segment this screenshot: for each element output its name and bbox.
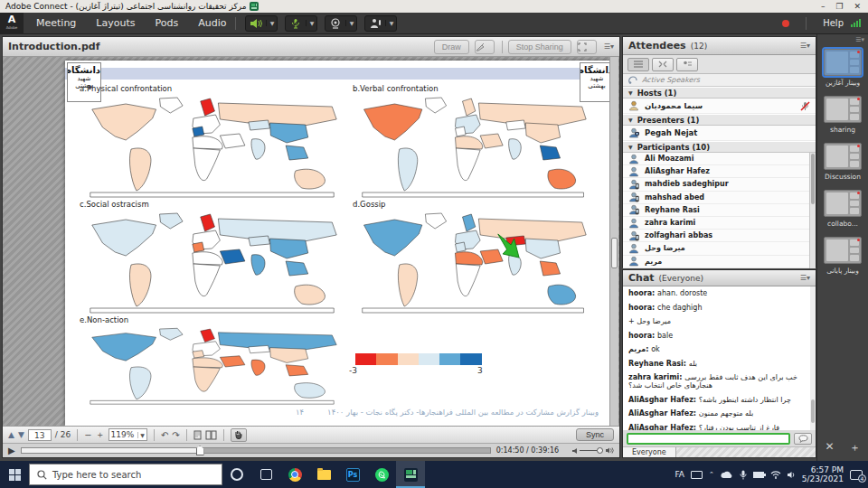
presenters-section-header[interactable]: ▼ Presenters (1)	[623, 114, 816, 126]
rotate-right-icon[interactable]: ↷	[172, 430, 179, 440]
chat-tab-everyone[interactable]: Everyone	[623, 447, 676, 457]
chrome-icon[interactable]	[280, 461, 309, 488]
page-number-input[interactable]: 13	[28, 429, 52, 441]
wifi-icon[interactable]	[770, 471, 781, 479]
attendee-row[interactable]: سیما محمودیان	[623, 99, 816, 114]
layout-item[interactable]: وبینار پایانی	[823, 237, 863, 275]
attendees-pod-menu-icon[interactable]: ☰▾	[800, 42, 810, 50]
attendee-row[interactable]: Reyhane Rasi	[623, 204, 816, 217]
single-page-view-icon[interactable]	[193, 430, 202, 440]
playback-track[interactable]	[21, 447, 491, 454]
adobe-connect-taskbar-icon[interactable]	[396, 461, 425, 488]
layout-thumbnail[interactable]	[824, 49, 862, 76]
whatsapp-icon[interactable]	[367, 461, 396, 488]
task-view-button[interactable]	[251, 461, 280, 488]
layout-thumbnail[interactable]	[824, 96, 862, 123]
zoom-in-button[interactable]: ＋	[96, 428, 105, 441]
layout-thumbnail[interactable]	[824, 237, 862, 264]
webcam-button[interactable]: ▼	[325, 15, 357, 32]
pan-tool-button[interactable]	[231, 428, 247, 442]
layout-thumbnail[interactable]	[824, 190, 862, 217]
two-page-view-icon[interactable]	[205, 430, 217, 440]
attendee-row[interactable]: zahra karimi	[623, 217, 816, 230]
menu-layouts[interactable]: Layouts	[96, 17, 135, 29]
close-button[interactable]: ✕	[854, 2, 861, 11]
volume-high-icon	[605, 446, 614, 455]
manage-layouts-icon[interactable]: ✕	[825, 440, 834, 455]
menu-meeting[interactable]: Meeting	[36, 17, 76, 29]
speaker-button[interactable]: ▼	[245, 15, 278, 32]
set-status-button[interactable]: ▼	[364, 15, 397, 32]
fullscreen-button[interactable]	[577, 40, 597, 54]
layout-thumbnail[interactable]	[824, 143, 862, 170]
grid-view-button[interactable]	[652, 58, 674, 71]
next-page-button[interactable]: ▼	[18, 430, 24, 439]
hosts-section-header[interactable]: ▼ Hosts (1)	[623, 87, 816, 99]
connection-signal-icon[interactable]	[851, 19, 861, 27]
send-message-button[interactable]	[794, 433, 812, 445]
layout-item[interactable]: Discussion	[823, 143, 863, 181]
status-view-button[interactable]	[676, 58, 698, 71]
maximize-button[interactable]: ❐	[835, 2, 843, 11]
photoshop-icon[interactable]: Ps	[338, 461, 367, 488]
layouts-menu-icon[interactable]: ☰▾	[817, 34, 868, 45]
attendee-row[interactable]: مریم	[623, 256, 816, 268]
microphone-tray-icon[interactable]	[740, 470, 747, 480]
stop-sharing-button[interactable]: Stop Sharing	[508, 40, 571, 54]
battery-icon[interactable]	[753, 472, 764, 478]
layout-item[interactable]: collabo...	[823, 190, 863, 228]
attendee-row[interactable]: میرضا وحل	[623, 242, 816, 255]
sync-button[interactable]: Sync	[576, 428, 614, 441]
minimize-button[interactable]: –	[821, 2, 826, 11]
volume-slider[interactable]	[580, 450, 603, 451]
share-scrollbar[interactable]	[609, 57, 618, 426]
zoom-out-button[interactable]: −	[84, 430, 91, 440]
add-layout-icon[interactable]: ＋	[850, 440, 861, 455]
attendee-row[interactable]: AliAsghar Hafez	[623, 165, 816, 178]
chat-message: AliAsghar Hafez: چرا انتظار داشته اینطور…	[628, 396, 810, 404]
volume-control[interactable]	[571, 446, 614, 455]
attendee-row[interactable]: Ali Moazami	[623, 153, 816, 165]
playback-handle[interactable]	[196, 446, 204, 455]
language-indicator[interactable]: FA	[675, 470, 684, 479]
webcam-caret[interactable]: ▼	[345, 20, 356, 26]
microphone-button[interactable]: ▼	[285, 15, 317, 32]
attendee-row[interactable]: zolfaghari abbas	[623, 230, 816, 242]
draw-button[interactable]: Draw	[434, 40, 469, 54]
attendee-row[interactable]: mahshad abed	[623, 192, 816, 204]
attendee-row[interactable]: Pegah Nejat	[623, 126, 816, 141]
file-explorer-icon[interactable]	[309, 461, 338, 488]
cortana-button[interactable]	[222, 461, 251, 488]
taskbar-search[interactable]: Type here to search	[29, 464, 222, 485]
layout-item[interactable]: وبینار آغازین	[823, 49, 863, 87]
menu-pods[interactable]: Pods	[155, 17, 178, 29]
speaker-caret[interactable]: ▼	[266, 20, 277, 26]
chat-scrollbar[interactable]	[810, 286, 816, 430]
participants-scrollbar[interactable]	[809, 153, 816, 268]
notifications-icon[interactable]: 4	[850, 470, 863, 480]
zoom-level-select[interactable]: 119%▼	[108, 428, 147, 441]
help-menu[interactable]: Help	[823, 18, 844, 28]
previous-page-button[interactable]: ▲	[8, 430, 14, 439]
attendee-row[interactable]: mahdieb sadeghipur	[623, 178, 816, 191]
active-speakers-label: Active Speakers	[642, 76, 700, 84]
divider	[806, 17, 807, 30]
layout-item[interactable]: sharing	[823, 96, 863, 134]
participants-section-header[interactable]: ▼ Participants (10)	[623, 141, 816, 153]
taskbar-clock[interactable]: 6:57 PM 5/23/2021	[802, 465, 844, 483]
tray-expand-icon[interactable]: ⌃	[709, 471, 714, 478]
list-view-button[interactable]	[627, 58, 649, 71]
speaker-tray-icon[interactable]	[788, 471, 796, 479]
start-button[interactable]	[0, 461, 29, 488]
status-caret[interactable]: ▼	[385, 20, 396, 26]
pointer-tool-button[interactable]	[475, 40, 495, 54]
microphone-caret[interactable]: ▼	[306, 20, 316, 26]
share-pod-menu-icon[interactable]: ☰▾	[604, 42, 614, 51]
rotate-left-icon[interactable]: ↶	[161, 430, 168, 440]
chat-message-input[interactable]	[627, 433, 790, 445]
touch-keyboard-icon[interactable]	[691, 471, 703, 479]
play-button[interactable]: ▶	[8, 446, 15, 455]
menu-audio[interactable]: Audio	[198, 17, 226, 29]
chat-pod-menu-icon[interactable]: ☰▾	[800, 274, 810, 282]
onedrive-icon[interactable]	[721, 471, 733, 479]
